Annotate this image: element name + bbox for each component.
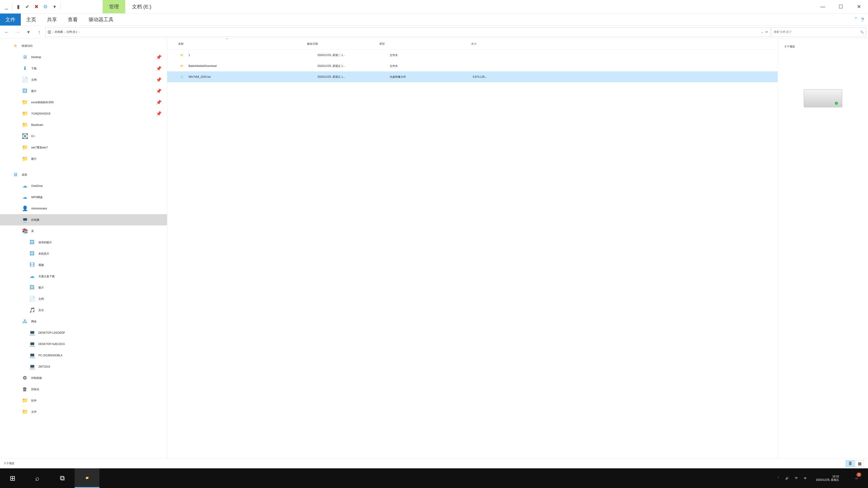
column-headers: ˄ 名称 修改日期 类型 大小 (167, 38, 778, 50)
tree-item[interactable]: 📚库 (0, 225, 167, 237)
tree-item-icon: ☁ (21, 194, 29, 201)
refresh-icon[interactable]: ⟳ (766, 31, 768, 34)
breadcrumb[interactable]: 💽 › 此电脑 › 文档 (E:) › ⌄ ⟳ (45, 27, 770, 37)
folder-icon[interactable]: ▮ (14, 2, 23, 11)
tray-ime-indicator[interactable]: 中 (795, 476, 798, 480)
column-header-name[interactable]: 名称 (178, 42, 307, 46)
action-center-button[interactable]: ▭ 3 (848, 477, 864, 480)
tree-item[interactable]: 💻ZMT2019 (0, 361, 167, 372)
system-tray: ˄ 🔊 中 ✉ 16:32 2020/12/25, 星期五 ▭ 3 (774, 468, 868, 488)
tree-item[interactable]: 🖼图片 (0, 282, 167, 293)
column-header-date[interactable]: 修改日期 (307, 42, 379, 46)
ribbon-tab-share[interactable]: 共享 (41, 13, 62, 26)
tree-item[interactable]: 💻此电脑 (0, 214, 167, 225)
breadcrumb-segment[interactable]: 此电脑 (55, 30, 63, 34)
tray-app-icon[interactable]: ✉ (804, 477, 806, 480)
file-row[interactable]: 📁BaiduNetdiskDownload2020/12/25, 星期五 1..… (167, 61, 778, 71)
nav-recent-dropdown[interactable]: ▾ (24, 27, 33, 37)
tree-quick-access[interactable]: ★ 快速访问 (0, 40, 167, 52)
file-date: 2020/12/25, 星期五 1... (317, 64, 390, 68)
file-row[interactable]: 💿Win7x64_2020.iso2020/12/25, 星期五 1...光盘映… (167, 71, 778, 82)
tree-item[interactable]: 🎞视频 (0, 259, 167, 271)
breadcrumb-segment[interactable]: 文档 (E:) (66, 30, 77, 34)
tree-item[interactable]: 📁excel表格制作求和📌 (0, 97, 167, 108)
taskbar-clock[interactable]: 16:32 2020/12/25, 星期五 (813, 475, 842, 482)
tree-item[interactable]: 📄文档📌 (0, 74, 167, 86)
tree-item[interactable]: 💻DESKTOP-NJEU3CG (0, 338, 167, 350)
tree-item[interactable]: 📁Bandicam (0, 119, 167, 131)
tree-item[interactable]: 🖥Desktop📌 (0, 52, 167, 63)
tree-item-label: DESKTOP-LSSOEDP (38, 331, 65, 334)
nav-up-button[interactable]: ↑ (34, 27, 44, 37)
tree-item[interactable]: ☁OneDrive (0, 180, 167, 192)
task-view-button[interactable]: ⧉ (50, 468, 74, 488)
tree-item[interactable]: 📁win7重装win7 (0, 142, 167, 153)
file-name: BaiduNetdiskDownload (188, 64, 317, 68)
tree-item-label: ZMT2019 (38, 365, 50, 368)
qat-close-icon[interactable]: ✖ (32, 2, 41, 11)
tree-item-icon: ☁ (21, 182, 29, 190)
close-button[interactable]: ✕ (850, 0, 868, 13)
help-icon[interactable]: ? (861, 17, 864, 23)
nav-forward-button[interactable]: → (13, 27, 23, 37)
chevron-right-icon[interactable]: › (79, 31, 79, 34)
tree-item[interactable]: 📄文档 (0, 293, 167, 304)
tree-network[interactable]: 🖧 网络 (0, 316, 167, 327)
tree-item[interactable]: 🎵音乐 (0, 304, 167, 316)
tree-item[interactable]: 🖼图片📌 (0, 86, 167, 97)
ribbon-context-tab[interactable]: 管理 (103, 0, 125, 13)
view-details-button[interactable]: ≣ (846, 460, 855, 467)
tree-item[interactable]: 👤Administrator (0, 203, 167, 214)
tree-item-icon: 🖼 (29, 284, 36, 291)
ribbon-tab-view[interactable]: 查看 (62, 13, 83, 26)
tree-desktop[interactable]: 🖥 桌面 (0, 169, 167, 180)
tree-item-label: 天翼云盘下载 (38, 274, 55, 278)
minimize-button[interactable]: — (814, 0, 832, 13)
ribbon-right-controls: ˄ ? (850, 13, 868, 26)
search-input[interactable]: 搜索"文档 (E:)" 🔍 (771, 27, 866, 37)
taskbar-search-button[interactable]: ⌕ (25, 468, 50, 488)
ribbon-tab-file[interactable]: 文件 (0, 13, 21, 26)
tray-volume-icon[interactable]: 🔊 (785, 477, 789, 480)
tree-item[interactable]: 📁YUNQISHI2019📌 (0, 108, 167, 119)
nav-back-button[interactable]: ← (2, 27, 12, 37)
tree-item[interactable]: 💻DESKTOP-LSSOEDP (0, 327, 167, 338)
tree-item[interactable]: 💻PC-20190530OBLA (0, 350, 167, 361)
tree-item[interactable]: ☁天翼云盘下载 (0, 271, 167, 282)
qat-dropdown-icon[interactable]: ▾ (50, 2, 59, 11)
drive-icon: 💽 (48, 31, 51, 34)
qat-check-icon[interactable]: ✔ (23, 2, 32, 11)
taskbar-explorer-button[interactable]: 📁 (74, 468, 99, 488)
tree-item-icon: 📄 (21, 76, 29, 84)
column-header-size[interactable]: 大小 (440, 42, 476, 46)
tree-item-label: Desktop (31, 56, 41, 59)
navigation-pane[interactable]: ★ 快速访问 🖥Desktop📌⬇下载📌📄文档📌🖼图片📌📁excel表格制作求和… (0, 38, 167, 458)
tree-item[interactable]: 📁图片 (0, 153, 167, 164)
start-button[interactable]: ⊞ (0, 468, 25, 488)
ribbon-tab-home[interactable]: 主页 (21, 13, 41, 26)
ribbon-collapse-icon[interactable]: ˄ (855, 17, 857, 23)
file-row[interactable]: 📁12020/12/15, 星期二 1...文件夹 (167, 50, 778, 61)
search-icon[interactable]: 🔍 (860, 31, 864, 34)
tree-item[interactable]: ⬇下载📌 (0, 63, 167, 74)
tree-item[interactable]: 💽G:\ (0, 131, 167, 142)
tree-item[interactable]: 📁文件 (0, 406, 167, 418)
tree-item[interactable]: ☁WPS网盘 (0, 192, 167, 203)
column-header-type[interactable]: 类型 (379, 42, 440, 46)
file-rows[interactable]: 📁12020/12/15, 星期二 1...文件夹📁BaiduNetdiskDo… (167, 50, 778, 458)
ribbon-tab-drive-tools[interactable]: 驱动器工具 (83, 13, 119, 26)
tree-item-label: 软件 (31, 399, 37, 402)
view-thumbnails-button[interactable]: ▦ (855, 460, 864, 467)
tree-item[interactable]: ⚙控制面板 (0, 372, 167, 384)
tree-item[interactable]: 🖼保存的图片 (0, 237, 167, 248)
tree-item[interactable]: 📁软件 (0, 395, 167, 406)
maximize-button[interactable]: ☐ (832, 0, 850, 13)
breadcrumb-dropdown-icon[interactable]: ⌄ (761, 31, 763, 34)
tree-item[interactable]: 🗑回收站 (0, 384, 167, 395)
tree-item[interactable]: 🖼本机照片 (0, 248, 167, 259)
chevron-right-icon[interactable]: › (53, 31, 53, 34)
qat-gear-icon[interactable]: ⚙ (41, 2, 50, 11)
tray-overflow-icon[interactable]: ˄ (778, 477, 779, 480)
chevron-right-icon[interactable]: › (64, 31, 65, 34)
qat-icon-1[interactable]: ⎯ (2, 2, 11, 11)
